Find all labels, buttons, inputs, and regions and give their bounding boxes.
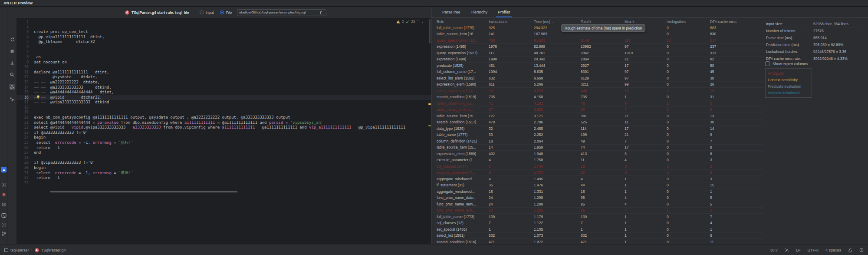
refresh-icon[interactable] (9, 36, 15, 43)
expert-columns-label[interactable]: Show expert columns (773, 62, 808, 66)
code-line[interactable]: 18 (16, 105, 431, 110)
column-header[interactable]: Time (ms)⌄ (534, 20, 581, 24)
code-line[interactable]: 27end (16, 150, 431, 155)
profiler-row[interactable]: search_condition (1519)7354.1587351031 (437, 94, 763, 101)
code-line[interactable]: 29if @vipa333333333333 !='0' (16, 160, 431, 166)
code-line[interactable]: 17–– –– @vipa333333333333 dtkind (16, 100, 431, 105)
run-tool-icon[interactable] (1, 182, 7, 188)
profiler-row[interactable]: expression_elem (1589)4021.948413308 (437, 151, 763, 157)
antlr-preview-tool-icon[interactable]: A (1, 167, 7, 172)
file-radio-label[interactable]: File (226, 10, 232, 15)
code-line[interactable]: 22select @vipid = vipid,@vipa33333333333… (16, 125, 431, 130)
show-expert-columns-row[interactable]: Show expert columns (765, 61, 808, 66)
profiler-row[interactable]: table_value_constru...673.65590716 (437, 107, 763, 113)
version-control-tool-icon[interactable] (1, 231, 7, 236)
scroll-to-source-icon[interactable] (9, 60, 15, 66)
profiler-row[interactable]: func_proc_name_serv...241.28995405 (437, 201, 763, 208)
editor-vertical-scrollbar[interactable] (429, 19, 431, 43)
profiler-row[interactable]: data_type (1829)322.48811417014 (437, 126, 763, 132)
profiler-row[interactable]: predicate (1525)46113.444292717080 (437, 63, 763, 69)
code-line[interactable]: 24begin (16, 135, 431, 140)
profiler-row[interactable]: sql_clauses (1444)51.74018815 (437, 163, 763, 170)
code-line[interactable]: 11declare @a1111111111111 dtint, (16, 70, 431, 75)
profiler-row[interactable]: func_proc_name_data...241.29895405 (437, 195, 763, 202)
profiler-row[interactable]: table_source_item (15...141.959741708 (437, 145, 763, 151)
tab-profiler[interactable]: Profiler (493, 7, 516, 17)
code-line[interactable]: 21select @a444444444444444 = paravalue f… (16, 120, 431, 125)
profiler-row[interactable]: column_definition (1421)182.06449707 (437, 138, 763, 145)
expert-columns-checkbox[interactable] (765, 61, 770, 66)
unlock-icon[interactable] (848, 248, 852, 252)
code-line[interactable]: 9set nocount on (16, 60, 431, 65)
stripe-warning-mark[interactable] (428, 103, 431, 105)
parse-tree-view-icon[interactable] (9, 96, 15, 102)
profiler-row[interactable]: select_list_elem (1592)6326.669612997038 (437, 75, 763, 82)
file-radio[interactable] (220, 10, 224, 14)
profiler-row[interactable]: expression (1498)199820.342206421082 (437, 56, 763, 63)
code-line[interactable]: 8 as (16, 54, 431, 60)
profiler-row[interactable]: execute_parameter (1...41.75811403 (437, 157, 763, 164)
column-header[interactable]: DFA cache miss (710, 20, 763, 24)
code-line[interactable]: 1 (16, 19, 431, 24)
search-icon[interactable] (9, 72, 15, 78)
profiler-row[interactable]: aggregate_windowed...41.4954103 (437, 176, 763, 182)
caret-position[interactable]: 30:7 (770, 248, 778, 252)
profiler-row[interactable]: sql_clauses (12)71.1227104 (437, 220, 763, 227)
tab-parse-tree[interactable]: Parse tree (437, 7, 466, 17)
profiler-row[interactable]: table_source_item (15...1273.17138121013 (437, 113, 763, 119)
folder-icon[interactable] (320, 11, 324, 14)
code-line[interactable]: 19 (16, 110, 431, 115)
profiler-row[interactable]: query_specification (15...75661.69351461… (437, 37, 763, 44)
notifications-tool-icon[interactable] (1, 222, 7, 228)
code-line[interactable]: 15–– –– @a4444444444444444 dtint, (16, 89, 431, 95)
code-line[interactable]: 10 (16, 64, 431, 70)
profiler-row[interactable]: aggregate_windowed...181.33118101 (437, 189, 763, 195)
file-path-value[interactable]: ebelice/Github/tsql-parser/examples/big.… (239, 10, 306, 14)
breadcrumb-project[interactable]: tsql-parser (10, 248, 29, 252)
profiler-row[interactable]: set_special (1485)11.1051101 (437, 226, 763, 233)
code-line[interactable]: 31 select errorcode = -1, errormsg = '准备… (16, 170, 431, 176)
code-editor[interactable]: 2 23 ⌃ ⌄ 123create proc up_com_test4 @p_… (16, 18, 431, 200)
code-line[interactable]: 33 (16, 180, 431, 185)
code-line[interactable]: 25 select errorcode = -1, errormsg = '执行… (16, 140, 431, 145)
profiler-row[interactable]: table_name (1777)332.2521992109 (437, 132, 763, 139)
column-header[interactable]: Max k (625, 20, 667, 24)
encoding[interactable]: UTF-8 (807, 248, 819, 252)
profiler-row[interactable]: select_list (1581)6321.073632106 (437, 233, 763, 239)
indent-setting[interactable]: 4 spaces (825, 248, 841, 252)
problems-tool-icon[interactable]: A (1, 192, 7, 197)
code-line[interactable]: 2 (16, 24, 431, 30)
code-line[interactable]: 6 (16, 44, 431, 50)
code-line[interactable]: 4 @p_vipa1111111111111 dtint, (16, 34, 431, 40)
line-separator[interactable]: LF (796, 248, 801, 252)
code-line[interactable]: 3create proc up_com_test (16, 29, 431, 34)
code-line[interactable]: 16–– –– @vipid dtchar32, (16, 95, 431, 100)
readonly-toggle-icon[interactable] (785, 248, 789, 252)
column-header[interactable]: Invocations (489, 20, 534, 24)
profiler-row[interactable]: if_statement (31)351.476441015 (437, 182, 763, 189)
profiler-row[interactable]: expression (1495)197852.99910982970237 (437, 44, 763, 50)
code-line[interactable]: 30begin (16, 165, 431, 170)
column-header[interactable]: Rule (437, 20, 489, 24)
code-line[interactable]: 20exec nb_com_getsysconfig @a11111111111… (16, 115, 431, 120)
profiler-table-header[interactable]: RuleInvocationsTime (ms)⌄Total kMax kAmb… (437, 19, 763, 24)
code-line[interactable]: 12–– –– @sysdate dtdate, (16, 75, 431, 80)
code-line[interactable]: 14–– –– @a333333333333 dtkind, (16, 85, 431, 90)
breadcrumb-file[interactable]: TSqlParser.g4 (41, 248, 66, 252)
column-header[interactable]: Total k (581, 20, 625, 24)
profiler-row[interactable]: full_column_name (17...10948.63583019704… (437, 69, 763, 76)
code-line[interactable]: 7–– –– –– (16, 50, 431, 55)
profiler-row[interactable]: search_condition (1516)4711.0724711011 (437, 239, 763, 244)
code-line[interactable]: 13–– –– @a2222222222 dtdate, (16, 79, 431, 85)
profiler-row[interactable]: query_expression (1527)11748.76120621910… (437, 50, 763, 56)
services-tool-icon[interactable] (1, 202, 7, 207)
stripe-warning-mark[interactable] (428, 125, 431, 126)
code-line[interactable]: 23if @a333333333333 !='0' (16, 130, 431, 135)
stop-icon[interactable] (9, 48, 15, 54)
code-line[interactable]: 32 return -1 (16, 175, 431, 180)
file-path-input[interactable]: ebelice/Github/tsql-parser/examples/big.… (237, 9, 326, 16)
profiler-view-icon[interactable] (9, 84, 15, 90)
code-line[interactable]: 5 @p_tblname dtchar32 (16, 39, 431, 44)
profiler-row[interactable]: table_source_item (16...141167.9830830 (437, 31, 763, 38)
column-header[interactable]: Ambiguities (667, 20, 710, 24)
